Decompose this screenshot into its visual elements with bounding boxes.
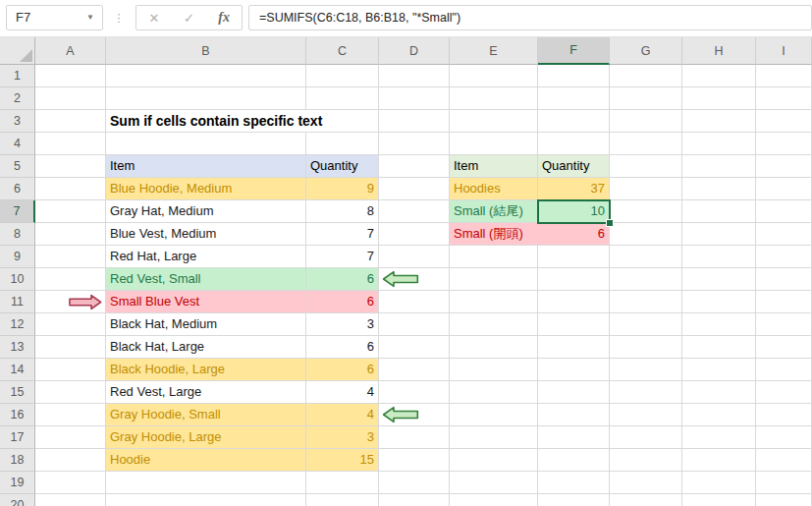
cell-I16[interactable]: [756, 404, 812, 426]
cell-E14[interactable]: [450, 359, 538, 381]
cell-C19[interactable]: [306, 472, 379, 494]
cell-D2[interactable]: [379, 87, 450, 110]
row-header-17[interactable]: 17: [0, 426, 35, 449]
row-header-12[interactable]: 12: [0, 313, 35, 336]
cell-I17[interactable]: [756, 426, 812, 449]
cell-C1[interactable]: [306, 65, 379, 87]
cell-G6[interactable]: [610, 178, 682, 200]
cell-D17[interactable]: [379, 426, 450, 449]
cell-A1[interactable]: [35, 65, 106, 87]
cell-F18[interactable]: [538, 449, 610, 472]
cell-C15[interactable]: 4: [306, 381, 379, 404]
cell-A16[interactable]: [35, 404, 106, 426]
cell-G17[interactable]: [610, 426, 682, 449]
cell-A3[interactable]: [35, 110, 106, 133]
select-all-button[interactable]: [0, 37, 35, 65]
cell-D7[interactable]: [379, 200, 450, 223]
cell-D6[interactable]: [379, 178, 450, 200]
cell-I9[interactable]: [756, 246, 812, 268]
cell-F11[interactable]: [538, 291, 610, 313]
column-header-B[interactable]: B: [106, 37, 306, 65]
cell-F5[interactable]: Quantity: [538, 155, 610, 178]
cell-I13[interactable]: [756, 336, 812, 359]
cell-B13[interactable]: Black Hat, Large: [106, 336, 306, 359]
cell-F3[interactable]: [538, 110, 610, 133]
cell-I2[interactable]: [756, 87, 812, 110]
cell-B7[interactable]: Gray Hat, Medium: [106, 200, 306, 223]
cell-D19[interactable]: [379, 472, 450, 494]
column-header-D[interactable]: D: [379, 37, 450, 65]
cell-E16[interactable]: [450, 404, 538, 426]
cell-A5[interactable]: [35, 155, 106, 178]
cell-H2[interactable]: [682, 87, 756, 110]
cell-E1[interactable]: [450, 65, 538, 87]
cell-I6[interactable]: [756, 178, 812, 200]
cell-C6[interactable]: 9: [306, 178, 379, 200]
cell-F6[interactable]: 37: [538, 178, 610, 200]
cell-H17[interactable]: [682, 426, 756, 449]
cell-H4[interactable]: [682, 133, 756, 155]
cell-B11[interactable]: Small Blue Vest: [106, 291, 306, 313]
row-header-11[interactable]: 11: [0, 291, 35, 313]
insert-function-icon[interactable]: fx: [209, 10, 239, 26]
cell-G13[interactable]: [610, 336, 682, 359]
cell-E20[interactable]: [450, 494, 538, 506]
cell-E15[interactable]: [450, 381, 538, 404]
cell-A14[interactable]: [35, 359, 106, 381]
cell-H1[interactable]: [682, 65, 756, 87]
cell-I20[interactable]: [756, 494, 812, 506]
cell-B4[interactable]: [106, 133, 306, 155]
cell-A17[interactable]: [35, 426, 106, 449]
cell-C8[interactable]: 7: [306, 223, 379, 246]
cell-B15[interactable]: Red Vest, Large: [106, 381, 306, 404]
cell-G10[interactable]: [610, 268, 682, 291]
cell-B1[interactable]: [106, 65, 306, 87]
cell-H5[interactable]: [682, 155, 756, 178]
cell-B20[interactable]: [106, 494, 306, 506]
cell-F12[interactable]: [538, 313, 610, 336]
cell-I14[interactable]: [756, 359, 812, 381]
cell-D13[interactable]: [379, 336, 450, 359]
cell-B14[interactable]: Black Hoodie, Large: [106, 359, 306, 381]
cell-E9[interactable]: [450, 246, 538, 268]
cell-G16[interactable]: [610, 404, 682, 426]
cell-A7[interactable]: [35, 200, 106, 223]
cell-I18[interactable]: [756, 449, 812, 472]
cell-B10[interactable]: Red Vest, Small: [106, 268, 306, 291]
cell-G11[interactable]: [610, 291, 682, 313]
row-header-19[interactable]: 19: [0, 472, 35, 494]
cell-A13[interactable]: [35, 336, 106, 359]
cell-F15[interactable]: [538, 381, 610, 404]
cell-C20[interactable]: [306, 494, 379, 506]
cell-E10[interactable]: [450, 268, 538, 291]
column-header-C[interactable]: C: [306, 37, 379, 65]
cell-F19[interactable]: [538, 472, 610, 494]
formula-input[interactable]: =SUMIFS(C6:C18, B6:B18, "*Small"): [248, 5, 812, 30]
row-header-16[interactable]: 16: [0, 404, 35, 426]
cell-I11[interactable]: [756, 291, 812, 313]
cell-F8[interactable]: 6: [538, 223, 610, 246]
row-header-1[interactable]: 1: [0, 65, 35, 87]
cell-G19[interactable]: [610, 472, 682, 494]
cell-B9[interactable]: Red Hat, Large: [106, 246, 306, 268]
cell-A18[interactable]: [35, 449, 106, 472]
cell-B5[interactable]: Item: [106, 155, 306, 178]
column-header-I[interactable]: I: [756, 37, 812, 65]
row-header-5[interactable]: 5: [0, 155, 35, 178]
cell-C7[interactable]: 8: [306, 200, 379, 223]
cell-I12[interactable]: [756, 313, 812, 336]
row-header-8[interactable]: 8: [0, 223, 35, 246]
row-header-2[interactable]: 2: [0, 87, 35, 110]
cell-D11[interactable]: [379, 291, 450, 313]
column-header-A[interactable]: A: [35, 37, 106, 65]
cell-C17[interactable]: 3: [306, 426, 379, 449]
cell-E19[interactable]: [450, 472, 538, 494]
cell-H20[interactable]: [682, 494, 756, 506]
cell-E12[interactable]: [450, 313, 538, 336]
cell-F17[interactable]: [538, 426, 610, 449]
cell-C14[interactable]: 6: [306, 359, 379, 381]
cell-F13[interactable]: [538, 336, 610, 359]
cell-C10[interactable]: 6: [306, 268, 379, 291]
cell-A15[interactable]: [35, 381, 106, 404]
cell-G5[interactable]: [610, 155, 682, 178]
